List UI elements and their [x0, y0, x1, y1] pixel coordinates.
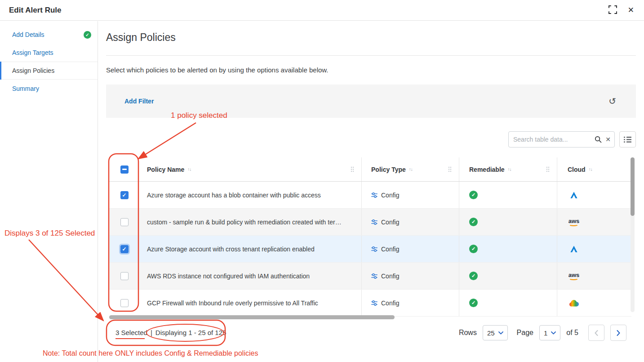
column-settings-button[interactable] — [619, 131, 636, 147]
rows-per-page-value: 25 — [487, 329, 495, 337]
sidebar-item-assign-policies[interactable]: Assign Policies — [0, 62, 98, 80]
page-select[interactable]: 1 — [539, 325, 560, 340]
chevron-right-icon — [617, 330, 620, 336]
sort-icon[interactable] — [187, 167, 191, 172]
previous-page-button[interactable] — [588, 325, 604, 341]
header-checkbox-cell — [109, 157, 139, 181]
policy-name: AWS RDS instance not configured with IAM… — [147, 273, 310, 280]
sort-icon[interactable] — [508, 167, 511, 172]
cloud-icon: aws — [568, 298, 580, 308]
sidebar-item-label: Assign Policies — [12, 67, 54, 74]
remediable-cell — [459, 236, 557, 262]
sidebar-item-label: Add Details — [12, 31, 44, 38]
sidebar-item-add-details[interactable]: Add Details — [0, 26, 98, 44]
row-checkbox[interactable] — [120, 245, 129, 253]
selected-count: 3 Selected — [115, 329, 147, 336]
close-button[interactable] — [628, 6, 634, 14]
column-drag-handle-icon[interactable] — [448, 166, 452, 172]
modal-header: Edit Alert Rule — [0, 0, 644, 21]
remediable-cell — [459, 209, 557, 235]
cloud-icon: aws — [568, 244, 580, 254]
rows-per-page-select[interactable]: 25 — [483, 325, 508, 340]
selection-summary: 3 Selected | Displaying 1 - 25 of 125 — [115, 329, 226, 336]
page-number-value: 1 — [544, 329, 547, 337]
remediable-check-icon — [469, 218, 478, 226]
column-label: Policy Name — [147, 166, 184, 173]
modal-header-actions — [608, 5, 634, 15]
sidebar-item-label: Assign Targets — [12, 49, 53, 56]
wizard-sidebar: Add Details Assign Targets Assign Polici… — [0, 21, 98, 362]
edit-alert-rule-modal: Edit Alert Rule Add Details Assign Targ — [0, 0, 644, 362]
pagination-controls: Rows 25 Page 1 of 5 — [459, 320, 626, 345]
search-clear-icon[interactable] — [605, 136, 611, 143]
column-label: Policy Type — [371, 166, 406, 173]
sort-icon[interactable] — [589, 167, 592, 172]
row-checkbox[interactable] — [120, 299, 129, 307]
column-settings-icon — [624, 136, 631, 143]
displaying-range: Displaying 1 - 25 of 125 — [155, 329, 227, 336]
cloud-icon: aws — [568, 190, 580, 200]
policy-name: Azure Storage account with cross tenant … — [147, 246, 315, 253]
close-icon — [628, 6, 634, 14]
column-drag-handle-icon[interactable] — [351, 166, 354, 172]
column-label: Remediable — [469, 166, 505, 173]
row-checkbox[interactable] — [120, 272, 129, 280]
divider — [106, 55, 636, 56]
fullscreen-button[interactable] — [608, 5, 617, 15]
remediable-check-icon — [469, 245, 478, 253]
config-policy-type-icon — [371, 273, 378, 279]
select-all-checkbox[interactable] — [120, 165, 129, 174]
step-complete-icon — [84, 31, 91, 39]
remediable-check-icon — [469, 299, 478, 307]
table-row[interactable]: AWS RDS instance not configured with IAM… — [109, 263, 631, 290]
table-row[interactable]: custom - sample run & build policy with … — [109, 209, 631, 236]
table-row[interactable]: Azure Storage account with cross tenant … — [109, 236, 631, 263]
table-search-box — [508, 131, 615, 147]
add-filter-button[interactable]: Add Filter — [124, 98, 154, 105]
chevron-down-icon — [551, 331, 556, 335]
column-drag-handle-icon[interactable] — [546, 166, 550, 172]
column-label: Cloud — [568, 166, 586, 173]
sidebar-item-summary[interactable]: Summary — [0, 80, 98, 98]
page-subtitle: Select which policies to be alerted on b… — [106, 66, 328, 74]
header-cloud: Cloud — [557, 157, 631, 181]
remediable-cell — [459, 263, 557, 289]
cloud-icon: aws — [568, 217, 580, 227]
config-policy-type-icon — [371, 246, 378, 252]
horizontal-scrollbar[interactable] — [109, 315, 395, 319]
policies-table: Policy Name Policy Type Remediable — [109, 157, 631, 317]
total-pages: of 5 — [566, 329, 578, 337]
page-title: Assign Policies — [106, 31, 176, 44]
reset-filters-icon[interactable] — [608, 96, 616, 107]
separator: | — [151, 329, 152, 336]
config-policy-type-icon — [371, 219, 378, 225]
row-checkbox[interactable] — [120, 191, 129, 199]
page-label: Page — [517, 329, 533, 337]
remediable-check-icon — [469, 191, 478, 199]
table-row[interactable]: GCP Firewall with Inbound rule overly pe… — [109, 290, 631, 317]
remediable-cell — [459, 290, 557, 316]
sidebar-item-label: Summary — [12, 85, 39, 92]
chevron-left-icon — [595, 330, 598, 336]
step-complete-wrap — [84, 31, 91, 39]
search-input[interactable] — [513, 136, 591, 143]
next-page-button[interactable] — [610, 325, 626, 341]
sort-icon[interactable] — [409, 167, 413, 172]
policy-type-label: Config — [381, 273, 399, 280]
header-remediable: Remediable — [459, 157, 557, 181]
policy-name: Azure storage account has a blob contain… — [147, 192, 321, 199]
header-policy-name: Policy Name — [139, 157, 362, 181]
remediable-check-icon — [469, 272, 478, 280]
search-icon[interactable] — [595, 136, 602, 143]
cloud-icon: aws — [568, 271, 580, 281]
filter-bar: Add Filter — [106, 85, 636, 118]
vertical-scrollbar[interactable] — [631, 157, 635, 216]
table-header-row: Policy Name Policy Type Remediable — [109, 157, 631, 182]
policy-type-label: Config — [381, 219, 399, 226]
rows-label: Rows — [459, 329, 477, 337]
row-checkbox[interactable] — [120, 218, 129, 226]
chevron-down-icon — [498, 331, 503, 335]
policy-type-label: Config — [381, 246, 399, 253]
sidebar-item-assign-targets[interactable]: Assign Targets — [0, 44, 98, 62]
table-row[interactable]: Azure storage account has a blob contain… — [109, 182, 631, 209]
